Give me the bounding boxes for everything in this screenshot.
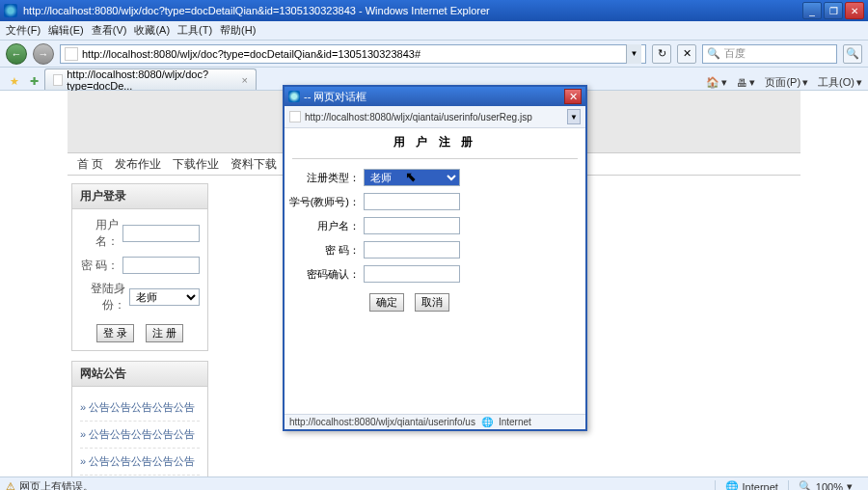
menu-help[interactable]: 帮助(H) bbox=[220, 23, 256, 38]
menu-bar: 文件(F) 编辑(E) 查看(V) 收藏(A) 工具(T) 帮助(H) bbox=[0, 21, 868, 41]
dialog-titlebar[interactable]: -- 网页对话框 ✕ bbox=[285, 87, 585, 106]
dialog-close-button[interactable]: ✕ bbox=[564, 89, 582, 104]
reg-user-label: 用户名： bbox=[285, 219, 360, 233]
globe-icon: 🌐 bbox=[481, 417, 493, 427]
login-pass-label: 密 码： bbox=[80, 258, 119, 274]
address-box: ▼ bbox=[60, 44, 646, 64]
login-panel: 用户登录 用户名： 密 码： 登陆身份：老师 登 录 注 册 bbox=[71, 183, 208, 351]
nav-publish[interactable]: 发布作业 bbox=[115, 156, 161, 173]
dialog-page-icon bbox=[289, 111, 301, 122]
search-box[interactable]: 🔍 百度 bbox=[702, 44, 837, 64]
search-icon: 🔍 bbox=[707, 47, 720, 60]
tab-page-icon bbox=[53, 74, 63, 86]
login-user-label: 用户名： bbox=[80, 217, 119, 250]
menu-file[interactable]: 文件(F) bbox=[6, 23, 41, 38]
notice-panel-title: 网站公告 bbox=[72, 362, 207, 387]
reg-pass2-label: 密码确认： bbox=[285, 267, 360, 282]
reg-sno-input[interactable] bbox=[364, 193, 460, 210]
page-menu-button[interactable]: 页面(P) ▾ bbox=[765, 75, 808, 90]
warning-icon: ⚠ bbox=[6, 480, 15, 490]
nav-resources[interactable]: 资料下载 bbox=[231, 156, 277, 173]
forward-button[interactable]: → bbox=[33, 43, 54, 65]
minimize-button[interactable]: _ bbox=[802, 2, 822, 19]
menu-view[interactable]: 查看(V) bbox=[92, 23, 127, 38]
menu-edit[interactable]: 编辑(E) bbox=[48, 23, 84, 38]
dialog-heading: 用 户 注 册 bbox=[285, 134, 585, 150]
close-button[interactable]: ✕ bbox=[845, 2, 864, 19]
notice-item[interactable]: » 公告公告公告公告公告 bbox=[80, 395, 200, 422]
register-button[interactable]: 注 册 bbox=[146, 324, 183, 342]
add-favorite-icon[interactable]: ✚ bbox=[25, 72, 42, 90]
tab-label: http://localhost:8080/wljx/doc?type=docD… bbox=[67, 68, 237, 92]
command-bar: 🏠▾ 🖶▾ 页面(P) ▾ 工具(O) ▾ bbox=[706, 75, 862, 90]
reg-ok-button[interactable]: 确定 bbox=[369, 293, 404, 312]
notice-item[interactable]: » 公告公告公告公告公告 bbox=[80, 449, 200, 476]
dialog-title: -- 网页对话框 bbox=[304, 90, 564, 104]
login-role-select[interactable]: 老师 bbox=[129, 288, 200, 306]
reg-sno-label: 学号(教师号)： bbox=[285, 195, 360, 209]
home-icon: 🏠 bbox=[706, 76, 719, 89]
address-dropdown[interactable]: ▼ bbox=[626, 44, 641, 64]
stop-button[interactable]: ✕ bbox=[677, 44, 696, 64]
register-dialog: -- 网页对话框 ✕ http://localhost:8080/wljx/qi… bbox=[283, 85, 587, 431]
dialog-url: http://localhost:8080/wljx/qiantai/useri… bbox=[305, 112, 567, 122]
dialog-status-zone: Internet bbox=[499, 417, 531, 427]
status-zoom[interactable]: 🔍100% ▾ bbox=[788, 480, 862, 490]
search-go-button[interactable]: 🔍 bbox=[843, 44, 862, 64]
window-title: http://localhost:8080/wljx/doc?type=docD… bbox=[23, 5, 800, 16]
login-role-label: 登陆身份： bbox=[80, 281, 125, 313]
reg-cancel-button[interactable]: 取消 bbox=[415, 293, 449, 312]
ie-icon bbox=[4, 4, 17, 17]
nav-download[interactable]: 下载作业 bbox=[173, 156, 219, 173]
status-message: 网页上有错误。 bbox=[19, 479, 94, 490]
reg-pass-input[interactable] bbox=[364, 241, 460, 259]
dialog-body: 用 户 注 册 注册类型：老师 学号(教师号)： 用户名： 密 码： 密码确认：… bbox=[285, 128, 585, 414]
globe-icon: 🌐 bbox=[725, 480, 739, 490]
login-user-input[interactable] bbox=[122, 225, 200, 242]
dialog-divider bbox=[292, 158, 578, 159]
print-icon: 🖶 bbox=[737, 77, 747, 89]
print-button[interactable]: 🖶▾ bbox=[737, 76, 755, 89]
refresh-button[interactable]: ↻ bbox=[652, 44, 671, 64]
dialog-statusbar: http://localhost:8080/wljx/qiantai/useri… bbox=[285, 414, 585, 429]
address-input[interactable] bbox=[82, 48, 626, 60]
dialog-address-dropdown[interactable]: ▼ bbox=[567, 109, 581, 124]
reg-type-select[interactable]: 老师 bbox=[364, 169, 460, 186]
login-panel-title: 用户登录 bbox=[72, 184, 207, 209]
nav-home[interactable]: 首 页 bbox=[77, 156, 103, 173]
page-icon bbox=[65, 47, 78, 61]
tools-menu-button[interactable]: 工具(O) ▾ bbox=[818, 75, 862, 90]
menu-tools[interactable]: 工具(T) bbox=[177, 23, 212, 38]
tab-close-icon[interactable]: × bbox=[242, 74, 248, 86]
menu-fav[interactable]: 收藏(A) bbox=[134, 23, 170, 38]
notice-item[interactable]: » 公告公告公告公告公告 bbox=[80, 422, 200, 449]
reg-user-input[interactable] bbox=[364, 217, 460, 234]
notice-panel: 网站公告 » 公告公告公告公告公告 » 公告公告公告公告公告 » 公告公告公告公… bbox=[71, 361, 208, 476]
reg-pass-label: 密 码： bbox=[285, 243, 360, 258]
search-placeholder: 百度 bbox=[724, 46, 746, 61]
nav-bar: ← → ▼ ↻ ✕ 🔍 百度 🔍 bbox=[0, 41, 868, 68]
sidebar: 用户登录 用户名： 密 码： 登陆身份：老师 登 录 注 册 网站公告 bbox=[68, 176, 212, 476]
reg-pass2-input[interactable] bbox=[364, 265, 460, 283]
ie-statusbar: ⚠ 网页上有错误。 🌐Internet 🔍100% ▾ bbox=[0, 476, 868, 490]
login-button[interactable]: 登 录 bbox=[96, 324, 134, 342]
browser-tab[interactable]: http://localhost:8080/wljx/doc?type=docD… bbox=[44, 68, 257, 90]
zoom-icon: 🔍 bbox=[799, 480, 812, 490]
dialog-ie-icon bbox=[288, 91, 300, 102]
dialog-status-url: http://localhost:8080/wljx/qiantai/useri… bbox=[289, 417, 475, 427]
maximize-button[interactable]: ❐ bbox=[824, 2, 843, 19]
favorites-icon[interactable]: ★ bbox=[6, 72, 23, 90]
login-pass-input[interactable] bbox=[122, 257, 200, 274]
dialog-address-bar: http://localhost:8080/wljx/qiantai/useri… bbox=[285, 106, 585, 128]
status-zone: 🌐Internet bbox=[715, 480, 788, 490]
back-button[interactable]: ← bbox=[6, 43, 27, 65]
home-button[interactable]: 🏠▾ bbox=[706, 76, 727, 89]
reg-type-label: 注册类型： bbox=[285, 171, 360, 185]
window-titlebar: http://localhost:8080/wljx/doc?type=docD… bbox=[0, 0, 868, 21]
